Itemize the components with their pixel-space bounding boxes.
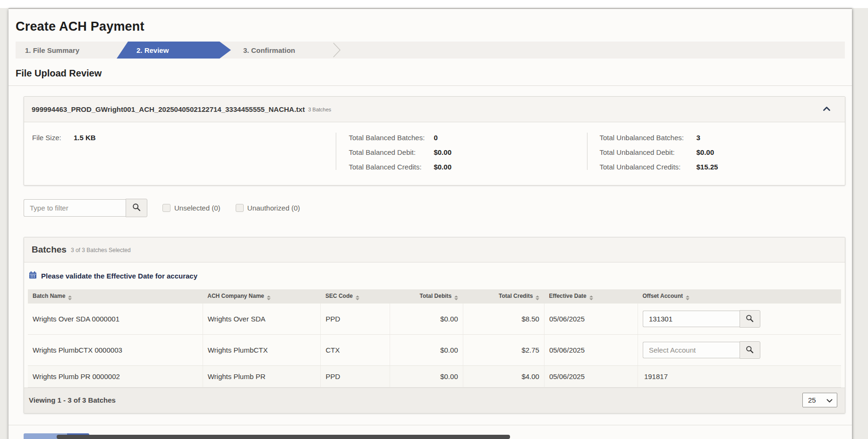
top-strip xyxy=(0,0,868,8)
batches-panel: Batches 3 of 3 Batches Selected Please v… xyxy=(24,237,845,414)
cell-effective-date: 05/06/2025 xyxy=(544,335,638,366)
cell-batch-name: Wrights PlumbCTX 0000003 xyxy=(28,335,203,366)
unbalanced-credits-value: $15.25 xyxy=(697,163,718,171)
cell-sec-code: PPD xyxy=(321,366,390,388)
unbalanced-credits-label: Total Unbalanced Credits: xyxy=(600,163,697,171)
offset-account-input[interactable] xyxy=(643,311,740,327)
cell-effective-date: 05/06/2025 xyxy=(544,366,638,388)
offset-account-input[interactable] xyxy=(643,342,740,358)
balanced-batches-label: Total Balanced Batches: xyxy=(349,134,434,142)
cell-company: Wrights PlumbCTX xyxy=(203,335,321,366)
col-header-batch-name[interactable]: Batch Name xyxy=(28,289,203,304)
sort-icon xyxy=(589,295,593,300)
cell-offset-account xyxy=(638,304,841,335)
cell-total-debits: $0.00 xyxy=(390,366,463,388)
file-panel-body: File Size: 1.5 KB Total Balanced Batches… xyxy=(24,122,845,185)
unbalanced-batches-label: Total Unbalanced Batches: xyxy=(600,134,697,142)
filter-search-button[interactable] xyxy=(126,199,147,217)
search-icon xyxy=(746,346,754,355)
table-header-row: Batch Name ACH Company Name SEC Code Tot… xyxy=(28,289,841,304)
horizontal-scrollbar-thumb[interactable] xyxy=(57,435,510,439)
cell-company: Wrights Plumb PR xyxy=(203,366,321,388)
step-confirmation[interactable]: 3. Confirmation xyxy=(231,42,332,59)
offset-account-search-button[interactable] xyxy=(740,341,760,359)
col-header-offset-account[interactable]: Offset Account xyxy=(638,289,841,304)
table-row: Wrights PlumbCTX 0000003 Wrights PlumbCT… xyxy=(28,335,841,366)
unbalanced-debit-value: $0.00 xyxy=(697,148,715,156)
offset-account-search-button[interactable] xyxy=(740,310,760,328)
sort-icon xyxy=(686,295,689,300)
cell-sec-code: PPD xyxy=(321,304,390,335)
unselected-checkbox[interactable] xyxy=(162,204,170,212)
cell-sec-code: CTX xyxy=(321,335,390,366)
page-title: Create ACH Payment xyxy=(9,9,852,42)
col-header-total-credits[interactable]: Total Credits xyxy=(463,289,544,304)
section-title: File Upload Review xyxy=(9,59,852,86)
balanced-credits-value: $0.00 xyxy=(434,163,451,171)
file-name: 999994463_PROD_GWright001_ACH_2025040502… xyxy=(32,105,305,113)
offset-account-text: 191817 xyxy=(643,372,668,380)
step-separator-chevron-icon xyxy=(332,42,341,59)
cell-total-debits: $0.00 xyxy=(390,304,463,335)
balanced-credits-label: Total Balanced Credits: xyxy=(349,163,434,171)
cell-total-debits: $0.00 xyxy=(390,335,463,366)
cell-effective-date: 05/06/2025 xyxy=(544,304,638,335)
unauthorized-label: Unauthorized (0) xyxy=(247,204,300,212)
sort-icon xyxy=(536,295,539,300)
unbalanced-debit-label: Total Unbalanced Debit: xyxy=(600,148,697,156)
col-header-effective-date[interactable]: Effective Date xyxy=(544,289,638,304)
batches-panel-body: Please validate the Effective Date for a… xyxy=(24,262,845,388)
unselected-filter: Unselected (0) xyxy=(162,204,221,212)
chevron-up-icon xyxy=(823,106,831,113)
col-header-sec-code[interactable]: SEC Code xyxy=(321,289,390,304)
chevron-down-icon xyxy=(826,396,833,404)
calendar-icon xyxy=(29,271,37,281)
batches-title: Batches xyxy=(32,245,67,255)
unauthorized-filter: Unauthorized (0) xyxy=(236,204,300,212)
cell-total-credits: $8.50 xyxy=(463,304,544,335)
cell-offset-account xyxy=(638,335,841,366)
cell-batch-name: Wrights Plumb PR 0000002 xyxy=(28,366,203,388)
filter-row: Unselected (0) Unauthorized (0) xyxy=(24,199,845,217)
batches-selected-count: 3 of 3 Batches Selected xyxy=(71,247,131,253)
viewing-status: Viewing 1 - 3 of 3 Batches xyxy=(29,396,116,404)
sort-icon xyxy=(356,295,359,300)
page-size-select[interactable]: 25 xyxy=(802,393,837,407)
table-footer: Viewing 1 - 3 of 3 Batches 25 xyxy=(24,388,845,413)
sort-icon xyxy=(454,295,458,300)
cell-total-credits: $2.75 xyxy=(463,335,544,366)
effective-date-notice: Please validate the Effective Date for a… xyxy=(28,262,841,289)
main-content-card: Create ACH Payment 1. File Summary 2. Re… xyxy=(9,8,852,439)
unselected-label: Unselected (0) xyxy=(174,204,221,212)
table-row: Wrights Plumb PR 0000002 Wrights Plumb P… xyxy=(28,366,841,388)
cell-offset-account: 191817 xyxy=(638,366,841,388)
file-summary-panel: 999994463_PROD_GWright001_ACH_2025040502… xyxy=(24,96,845,186)
balanced-totals-column: Total Balanced Batches: 0 Total Balanced… xyxy=(336,132,587,171)
unbalanced-totals-column: Total Unbalanced Batches: 3 Total Unbala… xyxy=(587,132,718,171)
table-row: Wrights Over SDA 0000001 Wrights Over SD… xyxy=(28,304,841,335)
step-file-summary[interactable]: 1. File Summary xyxy=(16,42,122,59)
balanced-batches-value: 0 xyxy=(434,134,437,142)
filter-input[interactable] xyxy=(24,199,126,217)
cell-batch-name: Wrights Over SDA 0000001 xyxy=(28,304,203,335)
file-size-value: 1.5 KB xyxy=(74,134,96,142)
file-size-column: File Size: 1.5 KB xyxy=(24,132,336,171)
batches-table: Batch Name ACH Company Name SEC Code Tot… xyxy=(28,289,841,388)
sort-icon xyxy=(267,295,271,300)
sort-icon xyxy=(68,295,72,300)
cell-company: Wrights Over SDA xyxy=(203,304,321,335)
col-header-ach-company-name[interactable]: ACH Company Name xyxy=(203,289,321,304)
balanced-debit-value: $0.00 xyxy=(434,148,451,156)
unauthorized-checkbox[interactable] xyxy=(236,204,244,212)
step-review-active[interactable]: 2. Review xyxy=(117,42,231,59)
file-size-label: File Size: xyxy=(32,134,74,142)
wizard-stepper: 1. File Summary 2. Review 3. Confirmatio… xyxy=(16,42,845,59)
search-icon xyxy=(746,314,754,324)
collapse-panel-button[interactable] xyxy=(816,104,837,115)
col-header-total-debits[interactable]: Total Debits xyxy=(390,289,463,304)
batches-panel-header: Batches 3 of 3 Batches Selected xyxy=(24,237,845,262)
notice-text: Please validate the Effective Date for a… xyxy=(41,272,197,280)
cell-total-credits: $4.00 xyxy=(463,366,544,388)
file-panel-header: 999994463_PROD_GWright001_ACH_2025040502… xyxy=(24,97,845,122)
search-icon xyxy=(132,203,141,213)
